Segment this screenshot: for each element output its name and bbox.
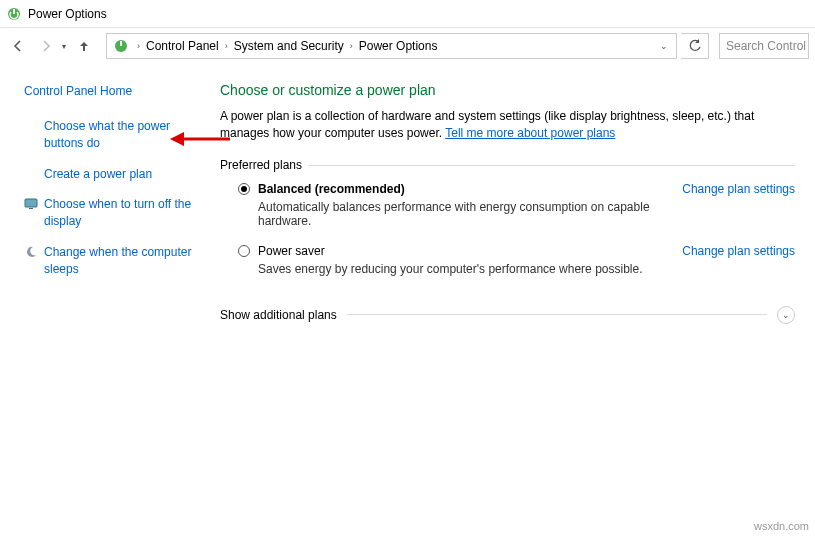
change-plan-settings-link[interactable]: Change plan settings [682,244,795,258]
back-button[interactable] [6,34,30,58]
watermark: wsxdn.com [754,520,809,532]
svg-rect-1 [13,9,15,14]
power-options-icon [6,6,22,22]
breadcrumb-item[interactable]: Power Options [357,39,440,53]
sidebar-item-create-plan[interactable]: Create a power plan [24,166,200,183]
history-dropdown[interactable]: ▾ [62,42,66,51]
svg-rect-4 [25,199,37,207]
power-options-icon [113,38,129,54]
forward-button[interactable] [34,34,58,58]
sidebar: Control Panel Home Choose what the power… [0,64,210,536]
control-panel-home-link[interactable]: Control Panel Home [24,84,200,98]
up-button[interactable] [72,34,96,58]
radio-icon [238,245,250,257]
show-more-label: Show additional plans [220,308,337,322]
monitor-icon [24,197,38,211]
plan-name: Power saver [258,244,325,258]
plan-radio-balanced[interactable]: Balanced (recommended) [238,182,662,196]
window-title: Power Options [28,7,107,21]
plan-description: Automatically balances performance with … [258,200,662,228]
moon-icon [24,245,38,259]
radio-icon [238,183,250,195]
plan-name: Balanced (recommended) [258,182,405,196]
address-dropdown[interactable]: ⌄ [654,41,674,51]
chevron-right-icon[interactable]: › [346,41,357,51]
sidebar-item-label: Change when the computer sleeps [44,244,200,278]
page-heading: Choose or customize a power plan [220,82,795,98]
search-input[interactable]: Search Control [719,33,809,59]
sidebar-item-sleep[interactable]: Change when the computer sleeps [24,244,200,278]
svg-rect-3 [120,41,122,46]
sidebar-item-label: Choose when to turn off the display [44,196,200,230]
chevron-right-icon[interactable]: › [133,41,144,51]
sidebar-item-label: Create a power plan [44,166,152,183]
plan-power-saver: Power saver Saves energy by reducing you… [220,244,795,276]
plan-description: Saves energy by reducing your computer's… [258,262,662,276]
preferred-plans-label: Preferred plans [220,158,795,172]
chevron-right-icon[interactable]: › [221,41,232,51]
page-description: A power plan is a collection of hardware… [220,108,795,142]
titlebar: Power Options [0,0,815,28]
plan-radio-power-saver[interactable]: Power saver [238,244,662,258]
chevron-down-icon[interactable]: ⌄ [777,306,795,324]
plan-balanced: Balanced (recommended) Automatically bal… [220,182,795,228]
breadcrumb-item[interactable]: System and Security [232,39,346,53]
address-bar[interactable]: › Control Panel › System and Security › … [106,33,677,59]
sidebar-item-power-buttons[interactable]: Choose what the power buttons do [24,118,200,152]
breadcrumb-item[interactable]: Control Panel [144,39,221,53]
main-content: Choose or customize a power plan A power… [210,64,815,536]
toolbar: ▾ › Control Panel › System and Security … [0,28,815,64]
refresh-button[interactable] [681,33,709,59]
sidebar-item-label: Choose what the power buttons do [44,118,200,152]
learn-more-link[interactable]: Tell me more about power plans [445,126,615,140]
svg-rect-5 [29,208,33,209]
sidebar-item-turn-off-display[interactable]: Choose when to turn off the display [24,196,200,230]
search-placeholder: Search Control [726,39,806,53]
change-plan-settings-link[interactable]: Change plan settings [682,182,795,196]
show-additional-plans[interactable]: Show additional plans ⌄ [220,306,795,324]
